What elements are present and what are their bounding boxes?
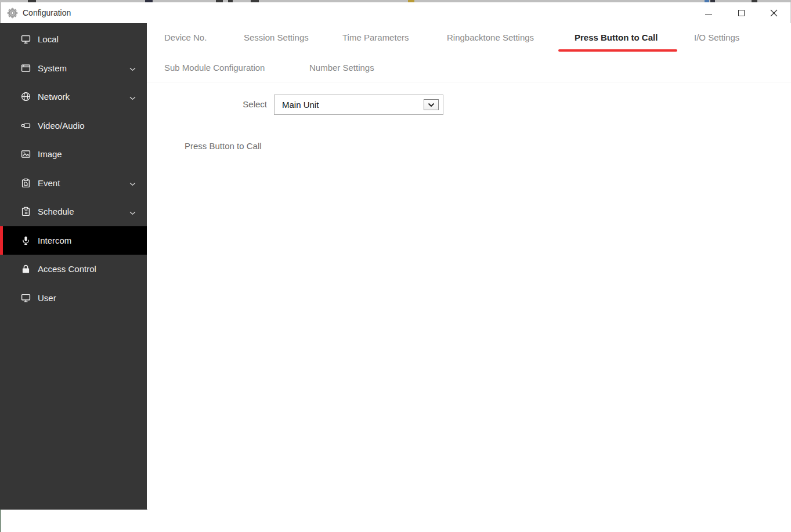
close-icon bbox=[770, 9, 778, 17]
sidebar-item-label: Local bbox=[38, 34, 59, 44]
sidebar-item-system[interactable]: System bbox=[0, 54, 147, 83]
tab-io-settings[interactable]: I/O Settings bbox=[694, 32, 739, 44]
microphone-icon bbox=[20, 236, 31, 245]
sidebar-item-access-control[interactable]: Access Control bbox=[0, 255, 147, 284]
sidebar-item-label: System bbox=[38, 63, 67, 73]
sidebar-item-user[interactable]: User bbox=[0, 284, 147, 313]
chevron-down-icon bbox=[129, 207, 136, 217]
clipboard-list-icon bbox=[20, 207, 31, 216]
sidebar-item-label: Image bbox=[38, 149, 62, 159]
close-button[interactable] bbox=[757, 2, 790, 23]
sidebar-item-label: Intercom bbox=[38, 236, 71, 245]
window-title: Configuration bbox=[23, 2, 71, 23]
monitor-icon bbox=[20, 34, 31, 44]
chevron-down-icon bbox=[129, 178, 136, 188]
configuration-gear-icon bbox=[7, 8, 18, 19]
sidebar-item-event[interactable]: Event bbox=[0, 169, 147, 198]
content-divider bbox=[147, 82, 791, 82]
sidebar-item-label: Event bbox=[38, 178, 60, 188]
sidebar-item-label: Video/Audio bbox=[38, 121, 85, 131]
tab-ringbacktone-settings[interactable]: Ringbacktone Settings bbox=[447, 32, 534, 44]
select-label: Select bbox=[192, 99, 267, 109]
window-controls bbox=[692, 2, 790, 23]
sidebar-item-video-audio[interactable]: Video/Audio bbox=[0, 111, 147, 140]
sidebar-item-label: Access Control bbox=[38, 264, 96, 274]
sidebar-bottom-divider bbox=[0, 509, 147, 510]
chevron-down-icon bbox=[129, 92, 136, 102]
sidebar-item-intercom[interactable]: Intercom bbox=[0, 226, 147, 255]
tab-time-parameters[interactable]: Time Parameters bbox=[342, 32, 409, 44]
globe-icon bbox=[20, 92, 31, 102]
chevron-down-icon bbox=[129, 63, 136, 73]
maximize-button[interactable] bbox=[725, 2, 757, 23]
sidebar-item-label: Schedule bbox=[38, 207, 74, 216]
sidebar-item-network[interactable]: Network bbox=[0, 82, 147, 111]
unit-select-value: Main Unit bbox=[282, 95, 319, 114]
maximize-icon bbox=[738, 10, 745, 16]
titlebar: Configuration bbox=[0, 2, 791, 23]
monitor-icon bbox=[20, 293, 31, 303]
window-icon bbox=[20, 63, 31, 73]
sidebar: Local System Network Video/Audio bbox=[0, 23, 147, 509]
left-edge-line bbox=[0, 509, 1, 532]
clipboard-icon bbox=[20, 178, 31, 188]
sidebar-item-schedule[interactable]: Schedule bbox=[0, 197, 147, 226]
tab-sub-module-configuration[interactable]: Sub Module Configuration bbox=[164, 62, 265, 74]
sidebar-item-local[interactable]: Local bbox=[0, 25, 147, 54]
press-button-to-call-section-label: Press Button to Call bbox=[185, 141, 262, 151]
picture-icon bbox=[20, 149, 31, 159]
active-tab-underline bbox=[558, 49, 677, 52]
lock-icon bbox=[20, 264, 31, 274]
sidebar-item-image[interactable]: Image bbox=[0, 140, 147, 169]
minimize-icon bbox=[705, 15, 712, 15]
sidebar-item-label: Network bbox=[38, 92, 70, 102]
chevron-down-icon bbox=[428, 103, 435, 107]
tab-session-settings[interactable]: Session Settings bbox=[244, 32, 309, 44]
tab-device-no[interactable]: Device No. bbox=[164, 32, 207, 44]
tab-press-button-to-call[interactable]: Press Button to Call bbox=[575, 32, 658, 44]
dropdown-arrow-button[interactable] bbox=[424, 99, 439, 110]
tab-number-settings[interactable]: Number Settings bbox=[309, 62, 374, 74]
unit-select-dropdown[interactable]: Main Unit bbox=[274, 95, 443, 115]
minimize-button[interactable] bbox=[692, 2, 725, 23]
video-camera-icon bbox=[20, 121, 31, 131]
sidebar-item-label: User bbox=[38, 293, 56, 303]
